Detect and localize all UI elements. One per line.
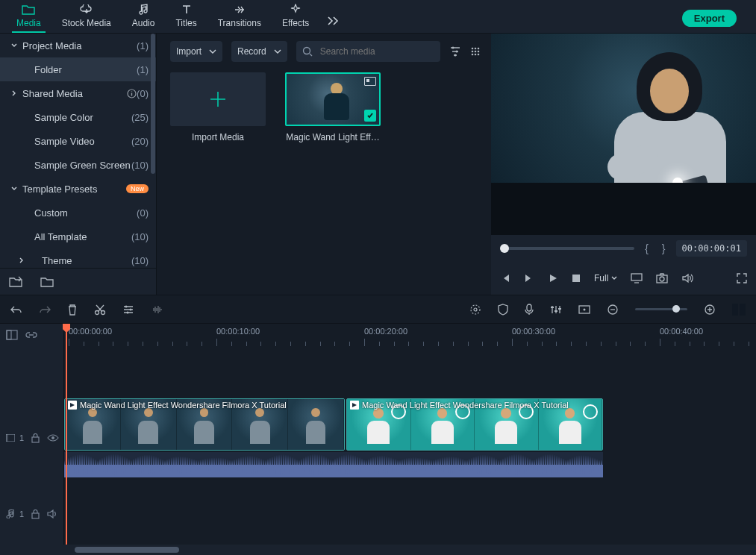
scrub-track[interactable]	[500, 247, 634, 250]
display-icon[interactable]	[631, 273, 643, 283]
svg-point-22	[127, 311, 129, 313]
prev-frame-button[interactable]	[500, 273, 510, 283]
scrub-handle[interactable]	[500, 244, 509, 253]
zoom-handle[interactable]	[672, 305, 680, 313]
playhead[interactable]	[66, 324, 67, 545]
zoom-out-button[interactable]	[607, 304, 619, 316]
next-frame-button[interactable]	[524, 273, 534, 283]
svg-point-19	[101, 310, 105, 314]
tree-arrow-icon	[9, 186, 19, 191]
tree-item-custom[interactable]: Custom(0)	[0, 201, 156, 225]
ruler-label: 00:00:30:00	[512, 327, 555, 336]
tree-item-label: Shared Media	[22, 88, 122, 99]
zoom-slider[interactable]	[635, 308, 687, 310]
horizontal-scrollbar[interactable]	[75, 547, 179, 553]
tree-item-all-template[interactable]: All Template(10)	[0, 225, 156, 248]
preview-controls: Full	[491, 262, 756, 295]
time-ruler[interactable]: 00:00:00:0000:00:10:0000:00:20:0000:00:3…	[64, 324, 756, 346]
track-lock-icon[interactable]	[31, 433, 40, 443]
tree-item-project-media[interactable]: Project Media(1)	[0, 34, 156, 57]
record-dropdown[interactable]: Record	[231, 41, 287, 62]
svg-point-21	[130, 308, 132, 310]
export-button[interactable]: Export	[682, 10, 737, 27]
svg-point-10	[478, 51, 480, 53]
tree-item-count: (10)	[131, 160, 149, 171]
mixer-icon[interactable]	[550, 304, 562, 315]
tab-audio[interactable]: Audio	[122, 0, 166, 33]
redo-button[interactable]	[39, 304, 51, 315]
tree-item-count: (25)	[131, 112, 149, 123]
svg-rect-39	[32, 513, 39, 518]
volume-icon[interactable]	[681, 273, 693, 283]
play-button[interactable]	[548, 273, 558, 283]
timeline-clip-2[interactable]: Magic Wand Light Effect Wondershare Film…	[346, 398, 603, 451]
svg-point-18	[96, 310, 99, 314]
split-button[interactable]	[94, 304, 106, 316]
marker-target-icon[interactable]	[469, 304, 481, 316]
tree-footer	[0, 268, 156, 295]
fullscreen-icon[interactable]	[737, 273, 747, 283]
timeline-footer	[0, 545, 756, 555]
tree-arrow-icon	[16, 257, 27, 263]
adjust-icon[interactable]	[122, 304, 134, 315]
info-icon[interactable]	[127, 89, 137, 98]
video-track[interactable]: Magic Wand Light Effect Wondershare Film…	[64, 398, 756, 477]
tree-item-label: Custom	[34, 207, 137, 219]
mic-icon[interactable]	[525, 304, 534, 316]
tab-transitions[interactable]: Transitions	[207, 0, 272, 33]
snapshot-icon[interactable]	[656, 273, 668, 283]
audio-waveform[interactable]	[64, 452, 603, 477]
zoom-in-button[interactable]	[704, 304, 716, 316]
svg-rect-28	[558, 308, 561, 310]
tree-item-count: (0)	[137, 88, 149, 99]
tree-item-sample-color[interactable]: Sample Color(25)	[0, 105, 156, 129]
tab-stock-media[interactable]: Stock Media	[51, 0, 122, 33]
tree-item-folder[interactable]: Folder(1)	[0, 57, 156, 81]
filter-icon[interactable]	[449, 46, 461, 57]
svg-point-24	[474, 308, 477, 311]
shield-icon[interactable]	[498, 304, 508, 316]
tab-effects[interactable]: Effects	[272, 0, 319, 33]
tree-arrow-icon	[9, 90, 19, 96]
link-icon[interactable]	[25, 330, 37, 340]
mark-out-button[interactable]: }	[659, 242, 669, 254]
stop-button[interactable]	[572, 274, 581, 283]
delete-button[interactable]	[67, 304, 78, 316]
new-folder-icon[interactable]	[40, 277, 54, 287]
tree-item-theme[interactable]: Theme(10)	[0, 248, 156, 268]
mark-in-button[interactable]: {	[642, 242, 652, 254]
audio-track[interactable]	[64, 492, 756, 521]
tab-titles[interactable]: Titles	[165, 0, 207, 33]
audio-wave-icon[interactable]	[151, 304, 164, 315]
svg-rect-15	[631, 274, 642, 280]
new-folder-link-icon[interactable]	[9, 276, 22, 288]
search-media-input[interactable]	[296, 41, 440, 62]
track-visible-icon[interactable]	[47, 434, 59, 442]
browser-toolbar: Import Record	[170, 41, 481, 62]
quality-dropdown[interactable]: Full	[594, 273, 617, 283]
grid-view-icon[interactable]	[470, 46, 481, 57]
undo-button[interactable]	[10, 304, 22, 315]
tree-item-shared-media[interactable]: Shared Media(0)	[0, 81, 156, 105]
tab-media[interactable]: Media	[6, 0, 51, 33]
timeline-tracks[interactable]: 00:00:00:0000:00:10:0000:00:20:0000:00:3…	[64, 324, 756, 545]
tree-item-label: All Template	[34, 231, 131, 242]
media-clip-tile[interactable]: Magic Wand Light Eff…	[285, 72, 381, 142]
tree-item-sample-green-screen[interactable]: Sample Green Screen(10)	[0, 153, 156, 177]
compare-view-icon[interactable]	[732, 304, 746, 316]
audio-lock-icon[interactable]	[31, 509, 40, 519]
clip-name: Magic Wand Light Eff…	[285, 132, 381, 142]
tree-item-sample-video[interactable]: Sample Video(20)	[0, 129, 156, 153]
tree-item-template-presets[interactable]: Template PresetsNew	[0, 177, 156, 201]
tree-scrollbar[interactable]	[151, 34, 155, 174]
crop-icon[interactable]	[578, 305, 590, 314]
preview-viewport[interactable]	[491, 34, 756, 183]
audio-mute-icon[interactable]	[47, 509, 57, 518]
timeline-settings-icon[interactable]	[6, 330, 18, 340]
svg-point-30	[584, 308, 586, 310]
timeline-clip-1[interactable]: Magic Wand Light Effect Wondershare Film…	[64, 398, 345, 451]
more-tabs-button[interactable]	[319, 16, 348, 33]
import-media-tile[interactable]: Import Media	[170, 72, 266, 142]
search-field[interactable]	[319, 46, 434, 57]
import-dropdown[interactable]: Import	[170, 41, 222, 62]
